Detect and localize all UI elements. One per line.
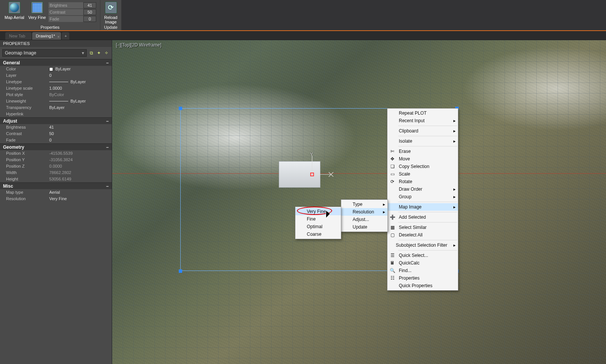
cmenu-rotate[interactable]: ⟳Rotate	[387, 178, 458, 185]
cmenu-move[interactable]: ✥Move	[387, 155, 458, 163]
cmenu-update[interactable]: Update	[341, 223, 387, 231]
cmenu-resolution[interactable]: Resolution▸	[341, 208, 387, 216]
cmenu-quick-properties[interactable]: Quick Properties	[387, 282, 458, 289]
fade-slider[interactable]: Fade	[48, 16, 96, 22]
quick-select-icon[interactable]: ✧	[103, 50, 109, 56]
cmenu-map-image[interactable]: Map Image▸	[387, 203, 458, 211]
map-aerial-button[interactable]: Map Aerial	[3, 2, 26, 20]
brightness-slider[interactable]: Brightness	[48, 2, 96, 8]
object-type-dropdown[interactable]: Geomap Image▾	[2, 49, 87, 57]
prop-height: 53056.6149	[49, 176, 112, 182]
prop-plotstyle: ByColor	[49, 92, 112, 98]
deselect-icon: ▢	[387, 232, 397, 238]
drawing-viewport[interactable]: [–][Top][2D Wireframe] Y Repeat PLOT Rec…	[112, 40, 606, 364]
viewport-label[interactable]: [–][Top][2D Wireframe]	[116, 42, 161, 48]
cmenu-isolate[interactable]: Isolate▸	[387, 137, 458, 145]
properties-icon: ☷	[387, 275, 397, 281]
prop-width: 78662.2802	[49, 170, 112, 176]
prop-color[interactable]: ByLayer	[49, 66, 112, 72]
section-geometry[interactable]: Geometry–	[0, 143, 112, 150]
tab-new[interactable]: New Tab	[5, 32, 31, 40]
prop-linetype[interactable]: ByLayer	[49, 79, 112, 85]
prop-fade[interactable]: 0	[49, 137, 112, 143]
find-icon: 🔍	[387, 268, 397, 273]
tab-drawing1[interactable]: Drawing1*×	[32, 32, 61, 40]
prop-position-z: 0.0000	[49, 163, 112, 170]
cmenu-copy-selection[interactable]: ❏Copy Selection	[387, 163, 458, 170]
cmenu-adjust[interactable]: Adjust...	[341, 216, 387, 223]
cmenu-res-veryfine[interactable]: Very Fine	[295, 208, 341, 215]
quickselect-icon: ☰	[387, 253, 397, 258]
map-aerial-label: Map Aerial	[3, 15, 26, 20]
chevron-down-icon: ▾	[82, 50, 84, 56]
close-icon[interactable]: ×	[58, 33, 60, 41]
prop-layer[interactable]: 0	[49, 72, 112, 79]
prop-resolution[interactable]: Very Fine	[49, 196, 112, 202]
ribbon-group-update-title: Update	[103, 25, 118, 30]
prop-maptype[interactable]: Aerial	[49, 189, 112, 196]
grip-bottom-left[interactable]	[179, 269, 182, 273]
cmenu-quick-select[interactable]: ☰Quick Select...	[387, 252, 458, 259]
ribbon: Map Aerial Very Fine Brightness Contrast	[0, 0, 606, 31]
tab-add[interactable]: +	[62, 32, 69, 40]
context-menu: Repeat PLOT Recent Input▸ Clipboard▸ Iso…	[387, 108, 458, 291]
cmenu-type[interactable]: Type▸	[341, 201, 387, 208]
prop-contrast[interactable]: 50	[49, 131, 112, 137]
select-similar-icon: ▦	[387, 225, 397, 230]
cmenu-subobject-filter[interactable]: Subobject Selection Filter▸	[387, 241, 458, 249]
document-tabbar: New Tab Drawing1*× +	[0, 31, 606, 40]
cmenu-clipboard[interactable]: Clipboard▸	[387, 127, 458, 135]
properties-title: PROPERTIES	[0, 40, 112, 47]
toggle-pickadd-icon[interactable]: ⧉	[88, 50, 94, 56]
context-menu-mapimage: Type▸ Resolution▸ Adjust... Update	[341, 199, 388, 232]
cmenu-erase[interactable]: ✄Erase	[387, 148, 458, 155]
context-menu-resolution: Very Fine Fine Optimal Coarse	[295, 207, 341, 239]
cmenu-draw-order[interactable]: Draw Order▸	[387, 185, 458, 193]
contrast-value[interactable]	[83, 9, 96, 15]
contrast-slider[interactable]: Contrast	[48, 9, 96, 15]
prop-linetype-scale[interactable]: 1.0000	[49, 85, 112, 92]
scale-icon: ▭	[387, 171, 397, 177]
grid-icon	[31, 2, 43, 14]
resolution-veryfine-button[interactable]: Very Fine	[26, 2, 48, 20]
brightness-value[interactable]	[83, 2, 96, 8]
add-selected-icon: ➕	[387, 215, 397, 220]
ucs-origin-grip[interactable]	[310, 173, 314, 176]
ucs-icon[interactable]: Y	[301, 154, 335, 180]
cmenu-scale[interactable]: ▭Scale	[387, 170, 458, 178]
copy-icon: ❏	[387, 164, 397, 169]
cmenu-add-selected[interactable]: ➕Add Selected	[387, 213, 458, 221]
cmenu-properties[interactable]: ☷Properties	[387, 274, 458, 282]
rotate-icon: ⟳	[387, 179, 397, 184]
prop-transparency[interactable]: ByLayer	[49, 104, 112, 111]
calc-icon: 🖩	[387, 260, 397, 266]
ribbon-group-properties-title: Properties	[3, 25, 97, 30]
resolution-label: Very Fine	[26, 15, 48, 20]
cmenu-recent-input[interactable]: Recent Input▸	[387, 117, 458, 124]
reload-image-button[interactable]: ReloadImage	[103, 2, 118, 24]
cmenu-group[interactable]: Group▸	[387, 193, 458, 201]
prop-lineweight[interactable]: ByLayer	[49, 98, 112, 104]
section-general[interactable]: General–	[0, 59, 112, 66]
grip-top-left[interactable]	[179, 107, 182, 110]
cmenu-quickcalc[interactable]: 🖩QuickCalc	[387, 259, 458, 267]
cmenu-res-fine[interactable]: Fine	[295, 215, 341, 223]
erase-icon: ✄	[387, 149, 397, 154]
prop-position-y: -31056.3824	[49, 157, 112, 163]
properties-panel: PROPERTIES Geomap Image▾ ⧉ ✦ ✧ General– …	[0, 40, 112, 364]
cmenu-res-optimal[interactable]: Optimal	[295, 223, 341, 230]
cmenu-repeat-plot[interactable]: Repeat PLOT	[387, 109, 458, 117]
move-icon: ✥	[387, 156, 397, 162]
prop-position-x: -41536.5539	[49, 150, 112, 157]
cmenu-select-similar[interactable]: ▦Select Similar	[387, 224, 458, 231]
fade-value[interactable]	[83, 16, 96, 22]
cmenu-deselect-all[interactable]: ▢Deselect All	[387, 231, 458, 239]
prop-hyperlink[interactable]	[49, 111, 112, 117]
cmenu-find[interactable]: 🔍Find...	[387, 267, 458, 274]
select-objects-icon[interactable]: ✦	[96, 50, 102, 56]
prop-brightness[interactable]: 41	[49, 124, 112, 131]
map-aerial-icon	[8, 2, 20, 14]
section-adjust[interactable]: Adjust–	[0, 117, 112, 124]
cmenu-res-coarse[interactable]: Coarse	[295, 230, 341, 238]
section-misc[interactable]: Misc–	[0, 182, 112, 189]
